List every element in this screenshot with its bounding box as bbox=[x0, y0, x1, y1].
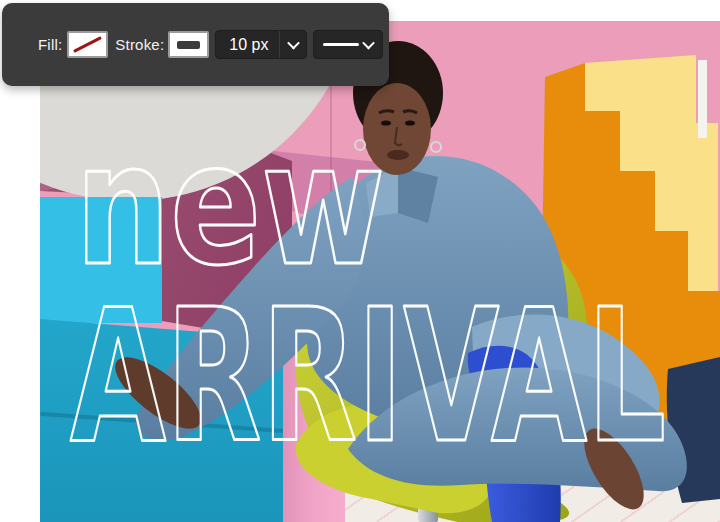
stroke-label: Stroke: bbox=[115, 36, 164, 53]
fill-swatch-button[interactable] bbox=[67, 31, 108, 58]
canvas-photo[interactable]: new ARRIVAL bbox=[40, 21, 720, 522]
solid-line-icon bbox=[323, 43, 359, 46]
chevron-down-icon bbox=[287, 37, 300, 50]
stroke-style-dropdown[interactable] bbox=[313, 30, 383, 59]
overlay-text-group[interactable]: new ARRIVAL bbox=[40, 21, 720, 522]
stroke-width-value: 10 px bbox=[216, 36, 279, 54]
properties-toolbar: Fill: Stroke: 10 px bbox=[2, 3, 389, 86]
no-fill-icon bbox=[73, 36, 102, 53]
fill-label: Fill: bbox=[38, 36, 62, 53]
app-stage: new ARRIVAL Fill: Stroke: 10 px bbox=[0, 0, 720, 522]
stroke-swatch-button[interactable] bbox=[168, 31, 209, 58]
overlay-text-line2[interactable]: ARRIVAL bbox=[70, 269, 666, 483]
stroke-color-icon bbox=[177, 41, 200, 49]
chevron-down-icon bbox=[362, 37, 375, 50]
stroke-width-dropdown[interactable]: 10 px bbox=[215, 30, 307, 59]
